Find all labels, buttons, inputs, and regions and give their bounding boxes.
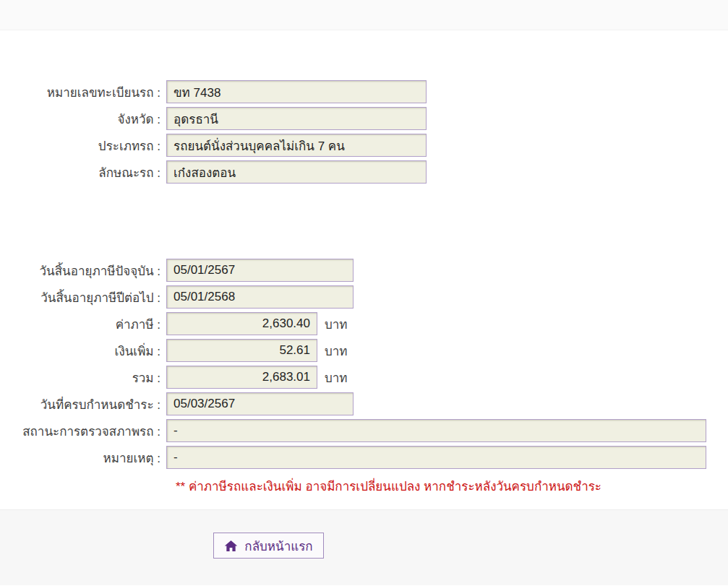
registration-label: หมายเลขทะเบียนรถ : <box>0 82 166 102</box>
back-to-home-button[interactable]: กลับหน้าแรก <box>213 533 324 559</box>
inspection-status-input[interactable] <box>166 419 706 442</box>
form-row-remarks: หมายเหตุ : <box>0 446 728 469</box>
form-row-vehicle-type: ประเภทรถ : <box>0 134 728 157</box>
home-icon <box>224 539 238 553</box>
form-row-total: รวม : บาท <box>0 366 728 389</box>
inspection-status-label: สถานะการตรวจสภาพรถ : <box>0 421 166 441</box>
province-input[interactable] <box>166 107 427 130</box>
form-row-due-date: วันที่ครบกำหนดชำระ : <box>0 392 728 415</box>
total-input[interactable] <box>166 366 317 389</box>
due-date-label: วันที่ครบกำหนดชำระ : <box>0 395 166 414</box>
body-style-input[interactable] <box>166 160 427 184</box>
tax-change-warning: ** ค่าภาษีรถและเงินเพิ่ม อาจมีการเปลี่ยน… <box>176 476 728 496</box>
section-gap <box>0 187 728 259</box>
tax-amount-unit: บาท <box>325 314 348 334</box>
tax-expiry-current-input[interactable] <box>166 259 354 282</box>
form-row-inspection-status: สถานะการตรวจสภาพรถ : <box>0 419 728 442</box>
total-unit: บาท <box>325 368 348 387</box>
surcharge-input[interactable] <box>166 339 317 362</box>
due-date-input[interactable] <box>166 392 354 415</box>
tax-expiry-next-input[interactable] <box>166 285 354 309</box>
vehicle-type-input[interactable] <box>166 134 427 157</box>
form-row-tax-amount: ค่าภาษี : บาท <box>0 312 728 335</box>
form-row-tax-expiry-current: วันสิ้นอายุภาษีปัจจุบัน : <box>0 259 728 282</box>
registration-input[interactable] <box>166 80 427 103</box>
tax-expiry-next-label: วันสิ้นอายุภาษีปีต่อไป : <box>0 288 166 307</box>
back-to-home-label: กลับหน้าแรก <box>244 536 312 556</box>
tax-amount-label: ค่าภาษี : <box>0 314 166 334</box>
body-style-label: ลักษณะรถ : <box>0 163 166 182</box>
tax-amount-input[interactable] <box>166 312 317 335</box>
remarks-label: หมายเหตุ : <box>0 448 166 467</box>
form-row-province: จังหวัด : <box>0 107 728 130</box>
remarks-input[interactable] <box>166 446 706 469</box>
province-label: จังหวัด : <box>0 109 166 129</box>
footer-bar: กลับหน้าแรก <box>0 509 728 585</box>
vehicle-type-label: ประเภทรถ : <box>0 136 166 155</box>
form-row-surcharge: เงินเพิ่ม : บาท <box>0 339 728 362</box>
form-row-registration: หมายเลขทะเบียนรถ : <box>0 80 728 103</box>
total-label: รวม : <box>0 368 166 387</box>
form-row-body-style: ลักษณะรถ : <box>0 160 728 184</box>
top-bar <box>0 0 728 30</box>
vehicle-tax-form: หมายเลขทะเบียนรถ : จังหวัด : ประเภทรถ : … <box>0 30 728 509</box>
tax-expiry-current-label: วันสิ้นอายุภาษีปัจจุบัน : <box>0 261 166 280</box>
surcharge-unit: บาท <box>325 341 348 361</box>
form-row-tax-expiry-next: วันสิ้นอายุภาษีปีต่อไป : <box>0 285 728 309</box>
surcharge-label: เงินเพิ่ม : <box>0 341 166 361</box>
